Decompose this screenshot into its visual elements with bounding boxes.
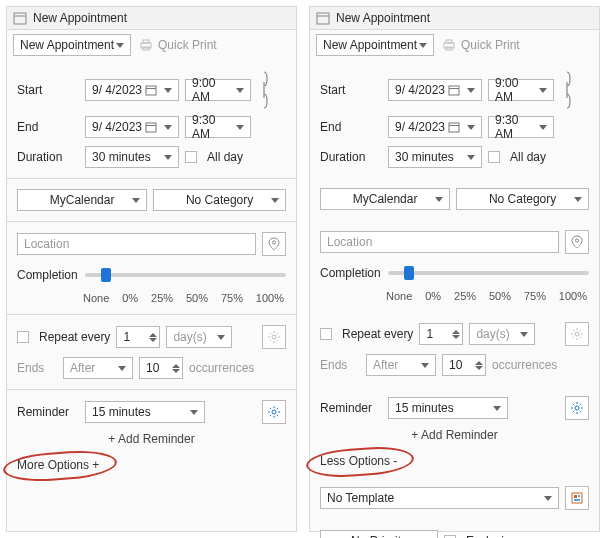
chevron-down-icon (493, 406, 501, 411)
quick-print-button[interactable]: Quick Print (139, 38, 217, 52)
reminder-select[interactable]: 15 minutes (85, 401, 205, 423)
more-options-toggle[interactable]: More Options + (7, 454, 296, 478)
ends-mode-select[interactable]: After (366, 354, 436, 376)
end-time-input[interactable]: 9:30 AM (488, 116, 554, 138)
calendar-value: MyCalendar (50, 193, 115, 207)
slider-thumb[interactable] (101, 268, 111, 282)
start-time-input[interactable]: 9:00 AM (185, 79, 251, 101)
quick-print-label: Quick Print (158, 38, 217, 52)
allday-label: All day (207, 150, 243, 164)
reminder-value: 15 minutes (92, 405, 151, 419)
map-pin-button[interactable] (565, 230, 589, 254)
allday-label: All day (510, 150, 546, 164)
template-manage-button[interactable] (565, 486, 589, 510)
chevron-down-icon (539, 125, 547, 130)
classify-section: MyCalendar No Category (7, 181, 296, 219)
duration-label: Duration (320, 150, 382, 164)
duration-select[interactable]: 30 minutes (388, 146, 482, 168)
duration-select[interactable]: 30 minutes (85, 146, 179, 168)
repeat-count-input[interactable]: 1 (116, 326, 160, 348)
reminder-settings-button[interactable] (262, 400, 286, 424)
chevron-down-icon (236, 88, 244, 93)
tick-label: 100% (559, 290, 587, 302)
priority-select[interactable]: No Priority (320, 530, 438, 538)
completion-slider[interactable] (388, 271, 589, 275)
duration-label: Duration (17, 150, 79, 164)
allday-checkbox[interactable]: All day (185, 150, 243, 164)
completion-slider[interactable] (85, 273, 286, 277)
repeat-unit-select[interactable]: day(s) (166, 326, 232, 348)
ends-count-input[interactable]: 10 (139, 357, 183, 379)
allday-checkbox[interactable]: All day (488, 150, 546, 164)
recurrence-settings-button[interactable] (565, 322, 589, 346)
svg-line-46 (580, 330, 581, 331)
chevron-down-icon (190, 410, 198, 415)
reminder-value: 15 minutes (395, 401, 454, 415)
appointment-type-select[interactable]: New Appointment (13, 34, 131, 56)
svg-point-38 (575, 332, 579, 336)
start-time-input[interactable]: 9:00 AM (488, 79, 554, 101)
ends-count-value: 10 (449, 358, 462, 372)
repeat-checkbox[interactable]: Repeat every (17, 330, 110, 344)
less-options-toggle[interactable]: Less Options - (310, 450, 599, 474)
location-input[interactable]: Location (17, 233, 256, 255)
location-section: Location Completion None 0% 25% 50% 75% … (7, 224, 296, 312)
end-time-input[interactable]: 9:30 AM (185, 116, 251, 138)
repeat-count-input[interactable]: 1 (419, 323, 463, 345)
quick-print-label: Quick Print (461, 38, 520, 52)
tick-label: 50% (186, 292, 208, 304)
location-section: Location Completion None 0% 25% 50% 75% … (310, 222, 599, 310)
end-label: End (17, 120, 79, 134)
start-date-input[interactable]: 9/ 4/2023 (85, 79, 179, 101)
chevron-down-icon (544, 496, 552, 501)
repeat-checkbox[interactable]: Repeat every (320, 327, 413, 341)
chevron-down-icon (217, 335, 225, 340)
svg-rect-0 (14, 13, 26, 24)
category-select[interactable]: No Category (456, 188, 589, 210)
reminder-settings-button[interactable] (565, 396, 589, 420)
start-date-input[interactable]: 9/ 4/2023 (388, 79, 482, 101)
category-value: No Category (489, 192, 556, 206)
category-select[interactable]: No Category (153, 189, 286, 211)
chevron-down-icon (467, 155, 475, 160)
datetime-section: Start 9/ 4/2023 9:00 AM End 9/ 4/2023 (310, 60, 599, 176)
add-reminder-link[interactable]: + Add Reminder (17, 432, 286, 446)
svg-rect-31 (446, 40, 452, 43)
svg-rect-58 (578, 495, 580, 497)
link-times-toggle[interactable] (560, 68, 574, 112)
add-reminder-link[interactable]: + Add Reminder (320, 428, 589, 442)
end-time-value: 9:30 AM (192, 113, 236, 141)
calendar-icon (145, 121, 157, 133)
svg-line-15 (270, 333, 271, 334)
spin-up-icon (172, 364, 180, 368)
quick-print-button[interactable]: Quick Print (442, 38, 520, 52)
datetime-section: Start 9/ 4/2023 9:00 AM End 9/ 4/2023 (7, 60, 296, 176)
divider (7, 178, 296, 179)
ends-mode-select[interactable]: After (63, 357, 133, 379)
calendar-select[interactable]: MyCalendar (17, 189, 147, 211)
calendar-select[interactable]: MyCalendar (320, 188, 450, 210)
link-times-toggle[interactable] (257, 68, 271, 112)
template-select[interactable]: No Template (320, 487, 559, 509)
location-input[interactable]: Location (320, 231, 559, 253)
tick-label: 0% (122, 292, 138, 304)
svg-rect-28 (317, 13, 329, 24)
svg-line-26 (270, 415, 271, 416)
recurrence-settings-button[interactable] (262, 325, 286, 349)
priority-value: No Priority (351, 534, 407, 538)
gear-icon (267, 330, 281, 344)
exclusive-checkbox[interactable]: Exclusive (444, 534, 517, 538)
slider-thumb[interactable] (404, 266, 414, 280)
reminder-select[interactable]: 15 minutes (388, 397, 508, 419)
repeat-unit-select[interactable]: day(s) (469, 323, 535, 345)
chevron-down-icon (467, 125, 475, 130)
map-pin-button[interactable] (262, 232, 286, 256)
appointment-type-select[interactable]: New Appointment (316, 34, 434, 56)
duration-value: 30 minutes (395, 150, 454, 164)
ends-count-input[interactable]: 10 (442, 354, 486, 376)
end-date-input[interactable]: 9/ 4/2023 (388, 116, 482, 138)
map-pin-icon (268, 237, 280, 251)
gear-icon (267, 405, 281, 419)
start-label: Start (320, 83, 382, 97)
end-date-input[interactable]: 9/ 4/2023 (85, 116, 179, 138)
